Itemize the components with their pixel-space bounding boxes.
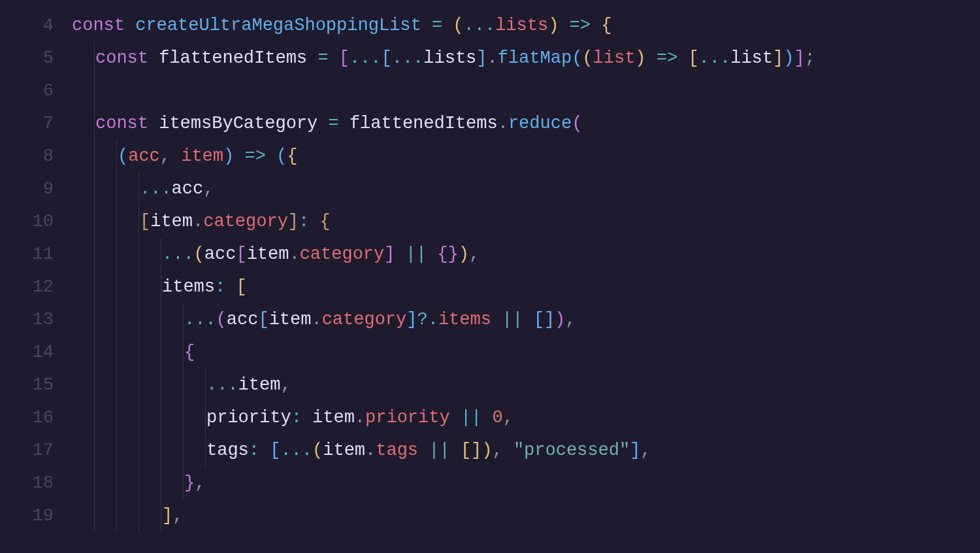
line-number: 6: [0, 75, 54, 107]
line-number-gutter: 345678910111213141516171819: [0, 0, 72, 553]
code-line-text: ...acc,: [72, 173, 214, 205]
code-line[interactable]: ],: [72, 499, 980, 532]
code-line[interactable]: const itemsByCategory = flattenedItems.r…: [72, 107, 980, 140]
line-number: 17: [0, 434, 54, 467]
code-line-text: const createUltraMegaShoppingList = (...…: [72, 9, 612, 42]
code-line-text: {: [72, 336, 195, 369]
code-line[interactable]: const flattenedItems = [...[...lists].fl…: [72, 42, 980, 75]
code-line[interactable]: ...(acc[item.category]?.items || []),: [72, 303, 980, 336]
code-line-text: ...(acc[item.category]?.items || []),: [72, 303, 576, 336]
code-area[interactable]: const createUltraMegaShoppingList = (...…: [72, 0, 980, 553]
line-number: 19: [0, 499, 54, 532]
code-line[interactable]: const createUltraMegaShoppingList = (...…: [72, 9, 980, 42]
code-line[interactable]: [72, 0, 980, 9]
code-line[interactable]: (acc, item) => ({: [72, 140, 980, 173]
code-line[interactable]: {: [72, 336, 980, 369]
code-line[interactable]: tags: [...(item.tags || []), "processed"…: [72, 434, 980, 467]
code-editor[interactable]: 345678910111213141516171819 const create…: [0, 0, 980, 553]
code-line-text: ...item,: [72, 369, 291, 401]
code-line[interactable]: ...item,: [72, 369, 980, 401]
code-line-text: ...(acc[item.category] || {}),: [72, 238, 480, 271]
code-line-text: priority: item.priority || 0,: [72, 401, 514, 434]
code-line[interactable]: ...(acc[item.category] || {}),: [72, 238, 980, 271]
line-number: 13: [0, 303, 54, 336]
code-line-text: items: [: [72, 271, 247, 303]
line-number: 18: [0, 467, 54, 499]
indent-guide: [94, 75, 95, 107]
code-line-text: [item.category]: {: [72, 205, 331, 238]
code-line-text: const itemsByCategory = flattenedItems.r…: [72, 107, 582, 140]
code-line-text: ],: [72, 499, 183, 532]
line-number: 8: [0, 140, 54, 173]
line-number: 4: [0, 9, 54, 42]
line-number: 9: [0, 173, 54, 205]
code-line[interactable]: ...acc,: [72, 173, 980, 205]
line-number: 12: [0, 271, 54, 303]
line-number: 16: [0, 401, 54, 434]
line-number: 5: [0, 42, 54, 75]
code-line[interactable]: },: [72, 467, 980, 499]
line-number: 7: [0, 107, 54, 140]
code-line-text: tags: [...(item.tags || []), "processed"…: [72, 434, 651, 467]
code-line[interactable]: items: [: [72, 271, 980, 303]
line-number: 3: [0, 0, 54, 9]
line-number: 10: [0, 205, 54, 238]
code-line-text: },: [72, 467, 205, 499]
code-line[interactable]: priority: item.priority || 0,: [72, 401, 980, 434]
code-line-text: const flattenedItems = [...[...lists].fl…: [72, 42, 815, 75]
code-line[interactable]: [item.category]: {: [72, 205, 980, 238]
line-number: 15: [0, 369, 54, 401]
line-number: 11: [0, 238, 54, 271]
line-number: 14: [0, 336, 54, 369]
code-line[interactable]: [72, 75, 980, 107]
code-line-text: (acc, item) => ({: [72, 140, 297, 173]
